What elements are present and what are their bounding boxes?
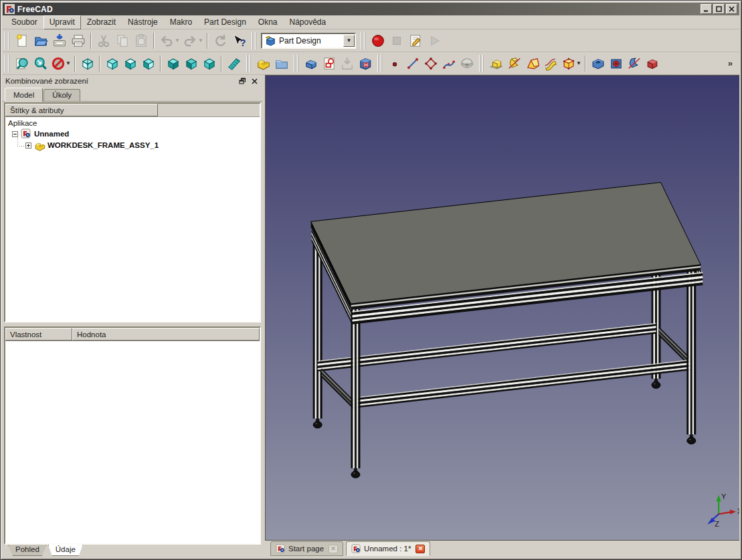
workbench-selector[interactable]: Part Design ▼ <box>261 33 356 49</box>
macro-edit-button[interactable] <box>406 31 425 50</box>
viewport-background[interactable] <box>266 76 739 540</box>
expand-expander-icon[interactable] <box>25 142 31 148</box>
refresh-button <box>211 31 229 50</box>
carbon-copy-icon <box>460 56 474 71</box>
toolbar-extension-button[interactable]: » <box>725 57 735 70</box>
axis-y-label: Y <box>721 492 727 500</box>
freecad-document-icon <box>276 544 285 553</box>
print-button[interactable] <box>69 31 88 50</box>
3d-viewport[interactable]: YXZ <box>265 75 739 541</box>
toolbar-handle[interactable] <box>5 55 9 72</box>
titlebar[interactable]: FreeCAD <box>3 3 739 15</box>
subtractive-primitive-button[interactable] <box>643 54 661 72</box>
toolbar-separator <box>585 56 586 72</box>
open-document-button[interactable] <box>31 31 50 50</box>
draw-style-dropdown-arrow[interactable]: ▼ <box>66 60 72 66</box>
menu-n-stroje[interactable]: Nástroje <box>122 15 164 29</box>
mdi-tab-start-page[interactable]: Start page✕ <box>270 541 343 556</box>
refresh-icon <box>213 33 227 48</box>
tab-ukoly[interactable]: Úkoly <box>43 89 80 101</box>
measure-distance-button[interactable] <box>225 54 243 72</box>
toolbar-handle[interactable] <box>479 55 484 72</box>
create-group-button[interactable] <box>272 54 290 72</box>
menu-makro[interactable]: Makro <box>164 15 198 29</box>
close-button[interactable] <box>726 4 737 14</box>
view-left-button[interactable] <box>200 54 218 72</box>
create-polygon-button[interactable] <box>422 54 440 72</box>
fit-all-button[interactable] <box>13 54 31 72</box>
view-axonometric-button[interactable] <box>78 54 96 72</box>
pocket-button[interactable] <box>589 54 607 72</box>
redo-dropdown-arrow: ▼ <box>198 37 204 43</box>
create-part-button[interactable] <box>254 54 272 72</box>
freecad-document-icon <box>351 544 361 553</box>
subtractive-primitive-icon <box>645 56 660 71</box>
toolbar-separator <box>221 56 222 72</box>
create-point-button[interactable] <box>385 54 403 72</box>
hole-button[interactable] <box>607 54 625 72</box>
toolbar-separator <box>160 56 161 72</box>
tab-close-icon[interactable]: ✕ <box>415 545 425 553</box>
carbon-copy-button[interactable] <box>458 54 476 72</box>
view-rear-button[interactable] <box>164 54 182 72</box>
tree-node-unnamed[interactable]: Unnamed <box>5 128 260 139</box>
additive-primitive-dropdown-arrow[interactable]: ▼ <box>576 60 582 66</box>
workbench-dropdown-arrow[interactable]: ▼ <box>343 35 355 47</box>
mdi-tab-unnamed-1-[interactable]: Unnamed : 1*✕ <box>346 541 430 556</box>
property-column-hodnota[interactable]: Hodnota <box>72 328 260 341</box>
pad-button[interactable] <box>487 54 505 72</box>
dock-titlebar[interactable]: Kombinované zobrazení <box>3 75 262 87</box>
groove-button[interactable] <box>625 54 643 72</box>
revolution-button[interactable] <box>505 54 523 72</box>
additive-primitive-button[interactable] <box>559 54 577 72</box>
toolbar-handle[interactable] <box>294 55 298 72</box>
toolbar-row-1: ▼▼? Part Design ▼ <box>3 29 739 52</box>
macro-record-button[interactable] <box>369 31 387 50</box>
3d-viewport-canvas[interactable]: YXZ <box>266 76 739 540</box>
property-tab-bar: Pohled Údaje <box>3 545 262 557</box>
create-body-button[interactable] <box>302 54 320 72</box>
menubar: SouborUpravitZobrazitNástrojeMakroPart D… <box>3 15 739 29</box>
property-column-vlastnost[interactable]: Vlastnost <box>5 328 72 341</box>
create-sketch-button[interactable] <box>320 54 338 72</box>
maximize-button[interactable] <box>713 4 725 14</box>
menu-part-design[interactable]: Part Design <box>198 15 252 29</box>
additive-loft-button[interactable] <box>523 54 541 72</box>
tree-node-workdesk-frame-assy[interactable]: WORKDESK_FRAME_ASSY_1 <box>5 139 260 151</box>
edit-sketch-button[interactable] <box>356 54 374 72</box>
menu-zobrazit[interactable]: Zobrazit <box>81 15 122 29</box>
sketcher-geometries-toolbar <box>384 52 477 74</box>
toolbar-handle[interactable] <box>5 32 9 50</box>
draw-style-button[interactable] <box>49 54 67 72</box>
create-line-button[interactable] <box>403 54 422 72</box>
toolbar-handle[interactable] <box>361 32 365 50</box>
tab-model[interactable]: Model <box>5 88 43 102</box>
toolbar-handle[interactable] <box>252 32 256 50</box>
view-right-button[interactable] <box>139 54 157 72</box>
tree-body[interactable]: Aplikace Unnamed WORKDESK_FRAME_ASSY_1 <box>5 117 260 321</box>
toolbar-handle[interactable] <box>246 55 251 72</box>
property-body[interactable] <box>5 341 260 543</box>
tab-pohled[interactable]: Pohled <box>8 545 47 556</box>
paste-icon <box>134 33 149 48</box>
menu-soubor[interactable]: Soubor <box>5 15 43 29</box>
new-document-button[interactable] <box>13 31 31 50</box>
save-document-button[interactable] <box>50 31 69 50</box>
create-bspline-button[interactable] <box>440 54 458 72</box>
minimize-button[interactable] <box>701 4 712 14</box>
fit-selection-icon <box>33 56 48 71</box>
view-top-button[interactable] <box>121 54 139 72</box>
view-bottom-button[interactable] <box>182 54 200 72</box>
view-front-button[interactable] <box>103 54 121 72</box>
menu-n-pov-da[interactable]: Nápověda <box>284 15 333 29</box>
tab-udaje[interactable]: Údaje <box>48 545 83 556</box>
dock-float-button[interactable] <box>238 76 248 86</box>
tree-header-labels-attributes[interactable]: Štítky & atributy <box>5 104 158 116</box>
whats-this-button[interactable]: ? <box>229 31 248 50</box>
menu-okna[interactable]: Okna <box>252 15 284 29</box>
additive-pipe-button[interactable] <box>541 54 559 72</box>
dock-close-button[interactable] <box>250 76 260 86</box>
menu-upravit[interactable]: Upravit <box>43 15 81 29</box>
toolbar-handle[interactable] <box>377 55 382 72</box>
fit-selection-button[interactable] <box>31 54 49 72</box>
